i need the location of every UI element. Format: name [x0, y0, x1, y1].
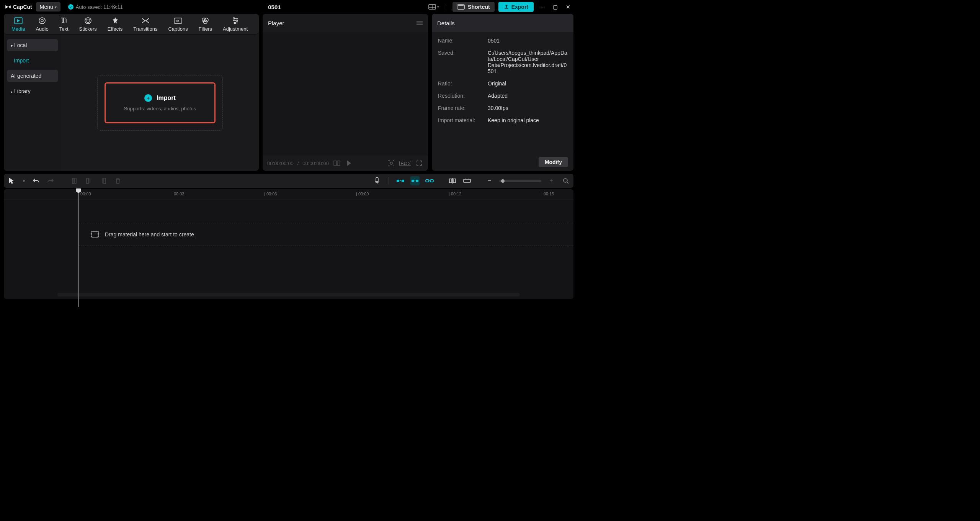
autosave-text: Auto saved: 11:49:11 — [76, 4, 123, 10]
time-current: 00:00:00:00 — [267, 161, 294, 166]
transitions-icon — [141, 16, 150, 25]
check-icon: ✓ — [68, 4, 74, 10]
sidebar-label: Library — [14, 88, 31, 94]
detail-key: Saved: — [438, 50, 483, 74]
tick: 00:00 — [80, 192, 91, 196]
shortcut-label: Shortcut — [468, 4, 490, 10]
layout-button[interactable]: ▾ — [426, 3, 441, 11]
detail-row-resolution: Resolution:Adapted — [438, 93, 567, 99]
chevron-down-icon: ▾ — [55, 5, 57, 9]
timeline-scrollbar[interactable] — [57, 293, 520, 297]
detail-key: Import material: — [438, 117, 483, 123]
tab-media[interactable]: Media — [6, 16, 30, 32]
compare-view-button[interactable] — [333, 159, 341, 167]
play-icon — [347, 161, 351, 166]
separator — [389, 177, 389, 184]
split-left-button[interactable] — [84, 176, 93, 185]
zoom-out-button[interactable]: − — [485, 176, 494, 185]
shortcut-button[interactable]: Shortcut — [452, 2, 495, 12]
playhead[interactable] — [78, 189, 79, 307]
main-track-magnet-button[interactable] — [396, 176, 405, 185]
svg-rect-34 — [416, 180, 418, 182]
fullscreen-button[interactable] — [415, 159, 423, 167]
project-title: 0501 — [127, 4, 422, 10]
player-menu-button[interactable] — [416, 21, 423, 25]
sidebar-item-local[interactable]: ▾Local — [7, 39, 58, 51]
tab-label: Audio — [36, 26, 48, 32]
window-maximize[interactable]: ▢ — [550, 2, 560, 11]
player-viewport[interactable] — [263, 32, 428, 156]
cover-track-button[interactable] — [462, 176, 472, 185]
window-minimize[interactable]: ─ — [537, 2, 547, 11]
redo-button[interactable] — [46, 176, 55, 185]
tick: 00:09 — [358, 192, 369, 196]
svg-rect-32 — [400, 180, 401, 181]
svg-point-4 — [39, 18, 45, 24]
captions-icon: cc — [174, 16, 182, 25]
linkage-button[interactable] — [425, 176, 434, 185]
player-title: Player — [268, 20, 284, 26]
menu-button[interactable]: Menu ▾ — [36, 2, 60, 11]
tab-audio[interactable]: Audio — [30, 16, 54, 32]
export-label: Export — [511, 4, 528, 10]
sidebar-label: Local — [14, 42, 27, 48]
detail-value: Adapted — [488, 93, 567, 99]
svg-point-8 — [89, 20, 90, 20]
tab-label: Text — [59, 26, 69, 32]
detail-value: 30.00fps — [488, 105, 567, 111]
media-body: ▾Local Import AI generated ▸Library + Im… — [4, 34, 259, 171]
svg-line-44 — [567, 182, 568, 183]
app-logo: CapCut — [5, 3, 32, 10]
import-dropzone[interactable]: + Import Supports: videos, audios, photo… — [97, 75, 223, 131]
zoom-slider[interactable] — [499, 180, 541, 182]
preview-axis-button[interactable] — [448, 176, 457, 185]
selection-tool[interactable] — [7, 176, 16, 185]
ratio-button[interactable]: Ratio — [399, 161, 411, 166]
tab-text[interactable]: TI Text — [54, 16, 74, 32]
tab-stickers[interactable]: Stickers — [74, 16, 102, 32]
tab-transitions[interactable]: Transitions — [128, 16, 163, 32]
timeline-body[interactable]: Drag material here and start to create — [4, 200, 573, 293]
details-title: Details — [432, 14, 573, 32]
slider-knob[interactable] — [501, 179, 505, 183]
record-voiceover-button[interactable] — [372, 176, 382, 185]
tab-effects[interactable]: Effects — [102, 16, 128, 32]
auto-snap-button[interactable] — [410, 176, 420, 185]
svg-rect-42 — [464, 179, 470, 182]
tool-dropdown[interactable]: ▾ — [21, 176, 26, 185]
svg-rect-31 — [402, 180, 404, 182]
tab-label: Stickers — [79, 26, 97, 32]
import-row: + Import — [144, 94, 176, 102]
svg-rect-37 — [430, 180, 433, 182]
timeline-ruler[interactable]: 00:00 | 00:03 | 00:06 | 00:09 | 00:12 | … — [4, 189, 573, 200]
tab-filters[interactable]: Filters — [193, 16, 217, 32]
undo-button[interactable] — [31, 176, 41, 185]
sidebar-item-library[interactable]: ▸Library — [7, 85, 58, 97]
detail-row-saved: Saved:C:/Users/topgus_thinkpad/AppData/L… — [438, 50, 567, 74]
tab-label: Transitions — [133, 26, 157, 32]
export-button[interactable]: Export — [498, 2, 534, 12]
adjustment-icon — [232, 16, 239, 25]
tab-adjustment[interactable]: Adjustment — [217, 16, 253, 32]
film-icon — [91, 231, 99, 238]
tab-captions[interactable]: cc Captions — [163, 16, 193, 32]
sidebar-item-import[interactable]: Import — [7, 54, 58, 67]
split-button[interactable] — [70, 176, 79, 185]
video-track[interactable]: Drag material here and start to create — [79, 223, 573, 246]
tick: 00:06 — [266, 192, 277, 196]
modify-button[interactable]: Modify — [539, 157, 568, 167]
timeline-toolbar: ▾ − + — [4, 174, 573, 188]
svg-rect-39 — [449, 179, 452, 183]
svg-rect-33 — [412, 180, 414, 182]
zoom-fit-button[interactable] — [561, 176, 570, 185]
media-sidebar: ▾Local Import AI generated ▸Library — [4, 34, 61, 171]
svg-rect-30 — [397, 180, 399, 182]
window-close[interactable]: ✕ — [564, 2, 573, 11]
scan-button[interactable] — [387, 159, 395, 167]
split-right-button[interactable] — [99, 176, 108, 185]
zoom-in-button[interactable]: + — [547, 176, 556, 185]
delete-button[interactable] — [113, 176, 122, 185]
svg-rect-36 — [426, 180, 429, 182]
play-button[interactable] — [345, 159, 353, 167]
sidebar-item-ai-generated[interactable]: AI generated — [7, 70, 58, 82]
